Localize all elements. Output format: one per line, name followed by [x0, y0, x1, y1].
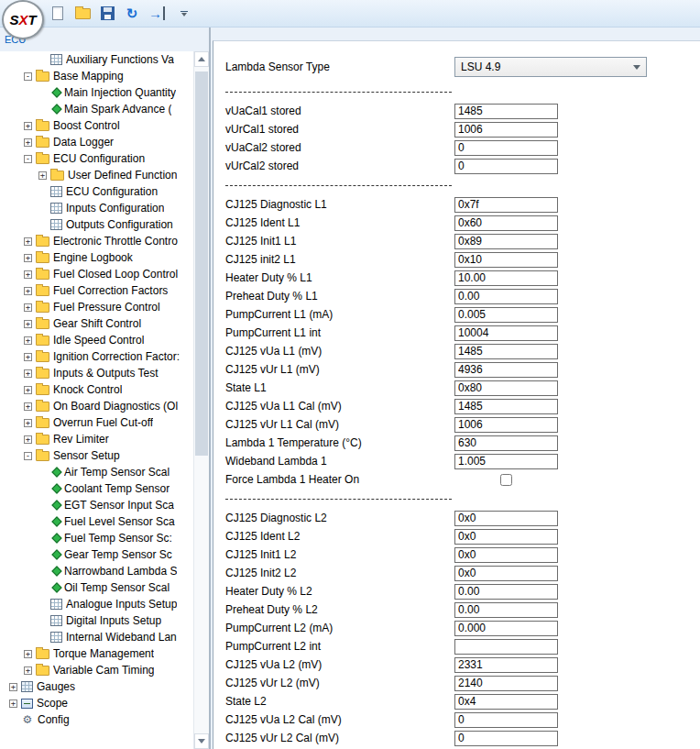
expander-icon[interactable]: +: [24, 435, 32, 444]
tree-item-fuel-temp-sensor-sc[interactable]: Fuel Temp Sensor Sc:: [0, 530, 192, 546]
tree-item-egt-sensor-input-sca[interactable]: EGT Sensor Input Sca: [0, 497, 192, 513]
field-input-cj125-vua-l1-cal-mv[interactable]: [454, 399, 558, 414]
field-input-cj125-init1-l1[interactable]: [454, 234, 558, 249]
tree-item-variable-cam-timing[interactable]: +Variable Cam Timing: [0, 662, 192, 678]
scroll-thumb[interactable]: [195, 72, 208, 456]
tree-item-engine-logbook[interactable]: +Engine Logbook: [0, 249, 192, 266]
expander-icon[interactable]: +: [38, 171, 47, 180]
expander-icon[interactable]: -: [24, 72, 32, 81]
tree-item-base-mapping[interactable]: -Base Mapping: [0, 68, 192, 84]
tree-item-fuel-pressure-control[interactable]: +Fuel Pressure Control: [0, 299, 192, 315]
expander-icon[interactable]: +: [24, 122, 32, 130]
field-input-cj125-vur-l1-mv[interactable]: [454, 362, 558, 378]
field-input-preheat-duty-l2[interactable]: [454, 602, 558, 618]
field-input-cj125-diagnostic-l2[interactable]: [454, 511, 558, 526]
tree-item-auxiliary-functions-va[interactable]: Auxiliary Functions Va: [0, 51, 192, 68]
tree-item-data-logger[interactable]: +Data Logger: [0, 134, 192, 150]
expander-icon[interactable]: +: [24, 303, 32, 312]
field-input-cj125-init2-l2[interactable]: [454, 566, 558, 581]
field-input-cj125-ident-l1[interactable]: [454, 215, 558, 231]
scroll-down-button[interactable]: [194, 733, 209, 749]
expander-icon[interactable]: +: [24, 650, 32, 658]
tree-item-main-spark-advance[interactable]: Main Spark Advance (: [0, 101, 192, 117]
field-input-vurcal2-stored[interactable]: [454, 159, 558, 174]
expander-icon[interactable]: -: [24, 155, 32, 163]
field-input-pumpcurrent-l2-int[interactable]: [454, 639, 558, 655]
field-input-cj125-init1-l2[interactable]: [454, 547, 558, 563]
tree-item-boost-control[interactable]: +Boost Control: [0, 117, 192, 134]
field-input-preheat-duty-l1[interactable]: [454, 289, 558, 304]
tree-item-on-board-diagnostics-ol[interactable]: +On Board Diagnostics (Ol: [0, 398, 192, 414]
field-input-pumpcurrent-l1-int[interactable]: [454, 325, 558, 341]
tree-item-outputs-configuration[interactable]: Outputs Configuration: [0, 216, 192, 233]
tree-item-overrun-fuel-cut-off[interactable]: +Overrun Fuel Cut-off: [0, 414, 192, 431]
tree-item-coolant-temp-sensor[interactable]: Coolant Temp Sensor: [0, 480, 192, 497]
toolbar-overflow-button[interactable]: [180, 11, 188, 17]
tree-item-fuel-closed-loop-control[interactable]: +Fuel Closed Loop Control: [0, 266, 192, 282]
expander-icon[interactable]: +: [24, 386, 32, 394]
field-input-pumpcurrent-l2-ma[interactable]: [454, 621, 558, 636]
expander-icon[interactable]: +: [24, 320, 32, 328]
tree-item-ecu-configuration[interactable]: ECU Configuration: [0, 183, 192, 200]
scroll-up-button[interactable]: [194, 51, 209, 67]
expander-icon[interactable]: +: [24, 254, 32, 262]
tree-item-user-defined-function[interactable]: +User Defined Function: [0, 167, 192, 183]
tree-item-main-injection-quantity[interactable]: Main Injection Quantity: [0, 84, 192, 101]
expander-icon[interactable]: -: [24, 452, 32, 460]
field-input-heater-duty-l2[interactable]: [454, 584, 558, 600]
tree-item-gauges[interactable]: +Gauges: [0, 678, 192, 695]
field-input-cj125-vua-l2-mv[interactable]: [454, 657, 558, 673]
expander-icon[interactable]: +: [9, 699, 17, 708]
field-input-cj125-init2-l1[interactable]: [454, 252, 558, 268]
tree-item-ignition-correction-factor[interactable]: +Ignition Correction Factor:: [0, 348, 192, 365]
tree-item-air-temp-sensor-scal[interactable]: Air Temp Sensor Scal: [0, 464, 192, 480]
expander-icon[interactable]: +: [24, 270, 32, 279]
tree-item-analogue-inputs-setup[interactable]: Analogue Inputs Setup: [0, 596, 192, 612]
field-input-vurcal1-stored[interactable]: [454, 122, 558, 138]
new-file-button[interactable]: [48, 4, 68, 24]
field-input-cj125-vur-l2-cal-mv[interactable]: [454, 731, 558, 746]
field-input-cj125-diagnostic-l1[interactable]: [454, 197, 558, 213]
tree-item-rev-limiter[interactable]: +Rev Limiter: [0, 431, 192, 447]
lambda-sensor-type-dropdown[interactable]: LSU 4.9: [454, 57, 647, 77]
tree-item-fuel-level-sensor-sca[interactable]: Fuel Level Sensor Sca: [0, 513, 192, 530]
tree-item-inputs-configuration[interactable]: Inputs Configuration: [0, 200, 192, 216]
tree-item-knock-control[interactable]: +Knock Control: [0, 381, 192, 398]
field-input-lambda-1-temperature-c[interactable]: [454, 435, 558, 451]
field-input-cj125-vur-l1-cal-mv[interactable]: [454, 417, 558, 433]
expander-icon[interactable]: +: [24, 419, 32, 427]
expander-icon[interactable]: +: [24, 237, 32, 246]
field-input-vuacal2-stored[interactable]: [454, 140, 558, 156]
tree-item-electronic-throttle-contro[interactable]: +Electronic Throttle Contro: [0, 233, 192, 249]
tree-item-fuel-correction-factors[interactable]: +Fuel Correction Factors: [0, 282, 192, 299]
expander-icon[interactable]: +: [24, 138, 32, 147]
field-input-cj125-vua-l2-cal-mv[interactable]: [454, 712, 558, 728]
field-input-cj125-vur-l2-mv[interactable]: [454, 676, 558, 691]
tree-scrollbar[interactable]: [193, 51, 209, 749]
tree-item-digital-inputs-setup[interactable]: Digital Inputs Setup: [0, 612, 192, 629]
open-file-button[interactable]: [72, 4, 93, 24]
sync-button[interactable]: ↻: [122, 4, 142, 24]
tree-item-scope[interactable]: +Scope: [0, 695, 192, 711]
field-input-vuacal1-stored[interactable]: [454, 104, 558, 119]
save-file-button[interactable]: [97, 4, 117, 24]
tree-item-sensor-setup[interactable]: -Sensor Setup: [0, 447, 192, 464]
tree-item-config[interactable]: ⚙Config: [0, 711, 192, 728]
field-input-cj125-ident-l2[interactable]: [454, 529, 558, 545]
field-input-state-l1[interactable]: [454, 380, 558, 396]
expander-icon[interactable]: +: [24, 336, 32, 345]
tree-item-narrowband-lambda-s[interactable]: Narrowband Lambda S: [0, 563, 192, 579]
expander-icon[interactable]: +: [24, 402, 32, 411]
expander-icon[interactable]: +: [24, 287, 32, 295]
tree-item-inputs-outputs-test[interactable]: +Inputs & Outputs Test: [0, 365, 192, 381]
field-input-pumpcurrent-l1-ma[interactable]: [454, 307, 558, 323]
tree-item-gear-shift-control[interactable]: +Gear Shift Control: [0, 315, 192, 332]
expander-icon[interactable]: +: [9, 683, 17, 691]
send-to-ecu-button[interactable]: →: [147, 4, 167, 24]
field-input-cj125-vua-l1-mv[interactable]: [454, 344, 558, 359]
tree-item-ecu-configuration[interactable]: -ECU Configuration: [0, 150, 192, 167]
tree-item-idle-speed-control[interactable]: +Idle Speed Control: [0, 332, 192, 348]
tree-item-torque-management[interactable]: +Torque Management: [0, 645, 192, 662]
expander-icon[interactable]: +: [24, 353, 32, 361]
tree-item-gear-temp-sensor-sc[interactable]: Gear Temp Sensor Sc: [0, 546, 192, 563]
